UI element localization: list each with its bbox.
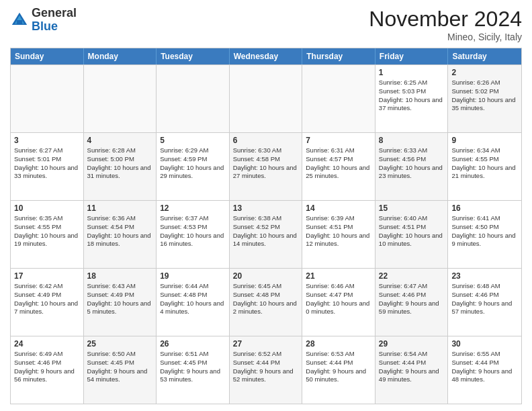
- cell-text: Sunrise: 6:37 AM Sunset: 4:53 PM Dayligh…: [160, 214, 226, 248]
- day-number: 20: [233, 271, 299, 281]
- day-number: 29: [379, 339, 445, 349]
- cell-text: Sunrise: 6:38 AM Sunset: 4:52 PM Dayligh…: [233, 214, 299, 248]
- header-sunday: Sunday: [11, 48, 84, 64]
- logo-general: General: [32, 6, 77, 19]
- cell-text: Sunrise: 6:30 AM Sunset: 4:58 PM Dayligh…: [233, 146, 299, 181]
- cell-text: Sunrise: 6:27 AM Sunset: 5:01 PM Dayligh…: [14, 146, 80, 181]
- cell-text: Sunrise: 6:47 AM Sunset: 4:46 PM Dayligh…: [379, 282, 445, 316]
- cell-text: Sunrise: 6:36 AM Sunset: 4:54 PM Dayligh…: [87, 214, 153, 248]
- calendar-cell-r4-c6: 30Sunrise: 6:55 AM Sunset: 4:44 PM Dayli…: [448, 336, 521, 404]
- day-number: 8: [379, 136, 445, 145]
- day-number: 11: [87, 203, 153, 213]
- day-number: 25: [87, 339, 153, 349]
- day-number: 3: [14, 136, 80, 145]
- logo-icon: [10, 11, 29, 30]
- cell-text: Sunrise: 6:28 AM Sunset: 5:00 PM Dayligh…: [87, 146, 153, 181]
- header-tuesday: Tuesday: [157, 48, 230, 64]
- day-number: 24: [14, 339, 80, 349]
- header: General Blue November 2024 Mineo, Sicily…: [10, 7, 522, 42]
- calendar-row-0: 1Sunrise: 6:25 AM Sunset: 5:03 PM Daylig…: [11, 64, 521, 132]
- calendar-body: 1Sunrise: 6:25 AM Sunset: 5:03 PM Daylig…: [11, 64, 521, 404]
- day-number: 28: [306, 339, 371, 349]
- calendar-cell-r1-c1: 4Sunrise: 6:28 AM Sunset: 5:00 PM Daylig…: [84, 133, 157, 200]
- day-number: 6: [233, 136, 299, 145]
- cell-text: Sunrise: 6:33 AM Sunset: 4:56 PM Dayligh…: [379, 146, 445, 181]
- cell-text: Sunrise: 6:31 AM Sunset: 4:57 PM Dayligh…: [306, 146, 371, 181]
- calendar-cell-r4-c4: 28Sunrise: 6:53 AM Sunset: 4:44 PM Dayli…: [302, 336, 375, 404]
- day-number: 16: [451, 203, 518, 213]
- calendar-cell-r4-c1: 25Sunrise: 6:50 AM Sunset: 4:45 PM Dayli…: [84, 336, 157, 404]
- cell-text: Sunrise: 6:44 AM Sunset: 4:48 PM Dayligh…: [160, 282, 226, 316]
- cell-text: Sunrise: 6:54 AM Sunset: 4:44 PM Dayligh…: [379, 350, 445, 384]
- logo-text: General Blue: [32, 7, 77, 34]
- cell-text: Sunrise: 6:50 AM Sunset: 4:45 PM Dayligh…: [87, 350, 153, 384]
- calendar-cell-r0-c0: [11, 65, 84, 132]
- day-number: 7: [306, 136, 371, 145]
- cell-text: Sunrise: 6:39 AM Sunset: 4:51 PM Dayligh…: [306, 214, 371, 248]
- calendar-cell-r0-c6: 2Sunrise: 6:26 AM Sunset: 5:02 PM Daylig…: [448, 65, 521, 132]
- day-number: 2: [451, 68, 518, 77]
- title-block: November 2024 Mineo, Sicily, Italy: [369, 7, 522, 42]
- cell-text: Sunrise: 6:46 AM Sunset: 4:47 PM Dayligh…: [306, 282, 371, 316]
- calendar-cell-r0-c3: [230, 65, 303, 132]
- header-friday: Friday: [375, 48, 449, 64]
- day-number: 13: [233, 203, 299, 213]
- cell-text: Sunrise: 6:34 AM Sunset: 4:55 PM Dayligh…: [451, 146, 518, 181]
- logo-text-block: General Blue: [32, 7, 77, 34]
- day-number: 30: [451, 339, 518, 349]
- calendar-cell-r1-c6: 9Sunrise: 6:34 AM Sunset: 4:55 PM Daylig…: [448, 133, 521, 200]
- day-number: 22: [379, 271, 445, 281]
- header-monday: Monday: [84, 48, 157, 64]
- calendar-cell-r3-c0: 17Sunrise: 6:42 AM Sunset: 4:49 PM Dayli…: [11, 269, 84, 336]
- day-number: 21: [306, 271, 371, 281]
- day-number: 4: [87, 136, 153, 145]
- calendar-cell-r0-c5: 1Sunrise: 6:25 AM Sunset: 5:03 PM Daylig…: [375, 65, 449, 132]
- calendar-cell-r1-c0: 3Sunrise: 6:27 AM Sunset: 5:01 PM Daylig…: [11, 133, 84, 200]
- calendar-cell-r2-c2: 12Sunrise: 6:37 AM Sunset: 4:53 PM Dayli…: [157, 201, 230, 268]
- calendar-cell-r0-c1: [84, 65, 157, 132]
- calendar-cell-r2-c4: 14Sunrise: 6:39 AM Sunset: 4:51 PM Dayli…: [302, 201, 375, 268]
- day-number: 12: [160, 203, 226, 213]
- calendar-cell-r2-c5: 15Sunrise: 6:40 AM Sunset: 4:51 PM Dayli…: [375, 201, 449, 268]
- cell-text: Sunrise: 6:29 AM Sunset: 4:59 PM Dayligh…: [160, 146, 226, 181]
- page: General Blue November 2024 Mineo, Sicily…: [0, 0, 532, 411]
- calendar-cell-r4-c3: 27Sunrise: 6:52 AM Sunset: 4:44 PM Dayli…: [230, 336, 303, 404]
- header-thursday: Thursday: [302, 48, 375, 64]
- day-number: 1: [379, 68, 445, 77]
- day-number: 19: [160, 271, 226, 281]
- cell-text: Sunrise: 6:49 AM Sunset: 4:46 PM Dayligh…: [14, 350, 80, 384]
- day-number: 17: [14, 271, 80, 281]
- calendar-cell-r1-c4: 7Sunrise: 6:31 AM Sunset: 4:57 PM Daylig…: [302, 133, 375, 200]
- day-number: 15: [379, 203, 445, 213]
- header-saturday: Saturday: [448, 48, 521, 64]
- calendar-cell-r3-c4: 21Sunrise: 6:46 AM Sunset: 4:47 PM Dayli…: [302, 269, 375, 336]
- cell-text: Sunrise: 6:48 AM Sunset: 4:46 PM Dayligh…: [451, 282, 518, 316]
- cell-text: Sunrise: 6:43 AM Sunset: 4:49 PM Dayligh…: [87, 282, 153, 316]
- calendar-row-2: 10Sunrise: 6:35 AM Sunset: 4:55 PM Dayli…: [11, 200, 521, 268]
- month-title: November 2024: [369, 7, 522, 32]
- calendar-cell-r0-c2: [157, 65, 230, 132]
- calendar-cell-r3-c6: 23Sunrise: 6:48 AM Sunset: 4:46 PM Dayli…: [448, 269, 521, 336]
- day-number: 26: [160, 339, 226, 349]
- calendar-row-1: 3Sunrise: 6:27 AM Sunset: 5:01 PM Daylig…: [11, 132, 521, 200]
- calendar-cell-r0-c4: [302, 65, 375, 132]
- calendar-cell-r4-c5: 29Sunrise: 6:54 AM Sunset: 4:44 PM Dayli…: [375, 336, 449, 404]
- cell-text: Sunrise: 6:51 AM Sunset: 4:45 PM Dayligh…: [160, 350, 226, 384]
- cell-text: Sunrise: 6:52 AM Sunset: 4:44 PM Dayligh…: [233, 350, 299, 384]
- day-number: 10: [14, 203, 80, 213]
- calendar-cell-r4-c0: 24Sunrise: 6:49 AM Sunset: 4:46 PM Dayli…: [11, 336, 84, 404]
- cell-text: Sunrise: 6:40 AM Sunset: 4:51 PM Dayligh…: [379, 214, 445, 248]
- calendar-cell-r2-c0: 10Sunrise: 6:35 AM Sunset: 4:55 PM Dayli…: [11, 201, 84, 268]
- calendar-cell-r3-c1: 18Sunrise: 6:43 AM Sunset: 4:49 PM Dayli…: [84, 269, 157, 336]
- cell-text: Sunrise: 6:35 AM Sunset: 4:55 PM Dayligh…: [14, 214, 80, 248]
- location: Mineo, Sicily, Italy: [369, 32, 522, 42]
- calendar-cell-r3-c5: 22Sunrise: 6:47 AM Sunset: 4:46 PM Dayli…: [375, 269, 449, 336]
- cell-text: Sunrise: 6:55 AM Sunset: 4:44 PM Dayligh…: [451, 350, 518, 384]
- day-number: 14: [306, 203, 371, 213]
- day-number: 5: [160, 136, 226, 145]
- cell-text: Sunrise: 6:42 AM Sunset: 4:49 PM Dayligh…: [14, 282, 80, 316]
- day-number: 9: [451, 136, 518, 145]
- calendar-cell-r3-c3: 20Sunrise: 6:45 AM Sunset: 4:48 PM Dayli…: [230, 269, 303, 336]
- day-number: 23: [451, 271, 518, 281]
- cell-text: Sunrise: 6:41 AM Sunset: 4:50 PM Dayligh…: [451, 214, 518, 248]
